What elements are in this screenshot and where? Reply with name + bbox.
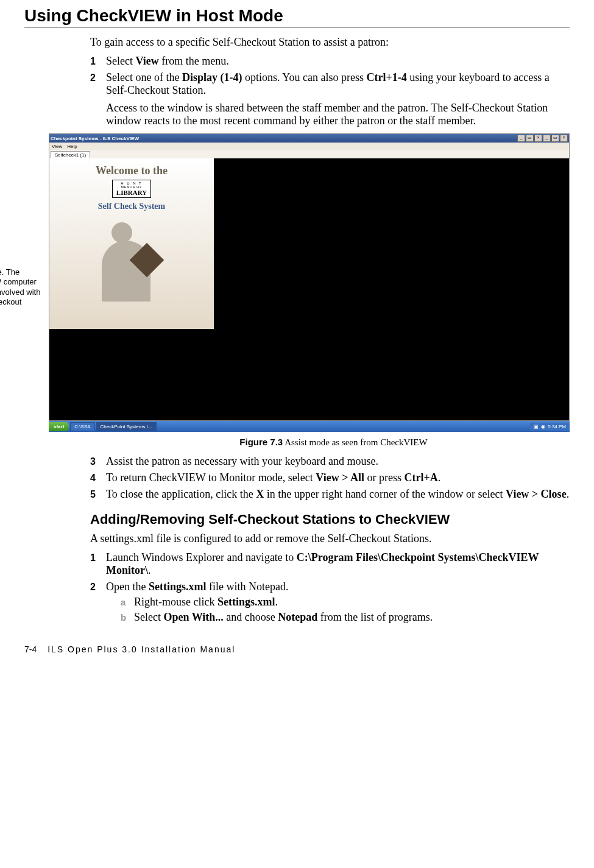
bold-text: Open With... xyxy=(163,611,223,623)
page-footer: 7-4 ILS Open Plus 3.0 Installation Manua… xyxy=(24,644,570,654)
tab-bar: Selfcheck1 (1) xyxy=(49,150,569,158)
step-number: 4 xyxy=(90,471,106,484)
window-controls: _ ▭ × _ ▭ × xyxy=(517,135,568,142)
minimize-icon[interactable]: _ xyxy=(543,135,551,142)
text: Select xyxy=(134,611,163,623)
bold-text: View xyxy=(135,55,158,67)
subsection-title: Adding/Removing Self-Checkout Stations t… xyxy=(90,512,570,528)
step-number: 2 xyxy=(90,580,106,626)
step-body: Assist the patron as necessary with your… xyxy=(106,455,570,468)
step-body: To close the application, click the X in… xyxy=(106,488,570,501)
intro-text: To gain access to a specific Self-Checko… xyxy=(90,36,570,49)
system-tray[interactable]: ▣ ◉ 5:34 PM xyxy=(530,423,570,431)
figure-caption: Figure 7.3 Assist mode as seen from Chec… xyxy=(97,437,570,448)
text: To return CheckVIEW to Monitor mode, sel… xyxy=(106,471,316,484)
text: in the upper right hand corner of the wi… xyxy=(264,488,506,500)
app-window: Checkpoint Systems - ILS CheckVIEW _ ▭ ×… xyxy=(49,133,570,421)
bold-text: X xyxy=(256,488,264,500)
text: or press xyxy=(364,471,405,484)
text: . xyxy=(438,471,441,484)
text: options. You can also press xyxy=(242,71,366,83)
step-4: 4 To return CheckVIEW to Monitor mode, s… xyxy=(90,471,570,484)
figure-text: Assist mode as seen from CheckVIEW xyxy=(283,437,427,447)
margin-note: Assist mode. The CheckVIEW computer is a… xyxy=(0,133,49,317)
substep-letter: b xyxy=(121,611,134,624)
bold-text: View > All xyxy=(316,471,364,484)
text: Select one of the xyxy=(106,71,182,83)
bold-text: View > Close xyxy=(506,488,567,500)
page-title: Using CheckVIEW in Host Mode xyxy=(24,6,570,26)
tray-icon[interactable]: ▣ xyxy=(534,424,539,429)
text: Launch Windows Explorer and navigate to xyxy=(106,551,297,563)
screenshot: Checkpoint Systems - ILS CheckVIEW _ ▭ ×… xyxy=(49,133,570,432)
figure-label: Figure 7.3 xyxy=(239,437,283,447)
taskbar: start C:\SSA CheckPoint Systems I... ▣ ◉… xyxy=(49,421,570,432)
text: Open the xyxy=(106,580,149,593)
substep-b: b Select Open With... and choose Notepad… xyxy=(121,611,570,624)
paragraph: Access to the window is shared between t… xyxy=(106,102,570,127)
text: from the menu. xyxy=(159,55,229,67)
title-bar: Checkpoint Systems - ILS CheckVIEW _ ▭ ×… xyxy=(49,134,569,143)
minimize-icon[interactable]: _ xyxy=(517,135,525,142)
text: Select xyxy=(106,55,135,67)
text: To close the application, click the xyxy=(106,488,256,500)
person-icon xyxy=(98,222,165,302)
text: and choose xyxy=(224,611,278,623)
bold-text: Display (1-4) xyxy=(182,71,242,83)
step-number: 1 xyxy=(90,55,106,68)
logo-line: LIBRARY xyxy=(116,189,147,196)
text: Right-mouse click xyxy=(134,596,217,608)
text: . xyxy=(567,488,570,500)
add-step-2: 2 Open the Settings.xml file with Notepa… xyxy=(90,580,570,626)
step-number: 1 xyxy=(90,551,106,577)
step-body: Select View from the menu. xyxy=(106,55,570,68)
maximize-icon[interactable]: ▭ xyxy=(526,135,534,142)
step-body: Launch Windows Explorer and navigate to … xyxy=(106,551,570,577)
close-icon[interactable]: × xyxy=(560,135,568,142)
bold-text: Ctrl+A xyxy=(404,471,437,484)
substep-body: Select Open With... and choose Notepad f… xyxy=(134,611,433,624)
remote-view[interactable]: Welcome to the H U N T MEMORIAL LIBRARY … xyxy=(49,158,569,420)
text: . xyxy=(148,564,151,576)
tray-icon[interactable]: ◉ xyxy=(541,424,545,429)
taskbar-item[interactable]: CheckPoint Systems I... xyxy=(96,422,157,431)
clock: 5:34 PM xyxy=(548,424,566,429)
figure-wrap: Assist mode. The CheckVIEW computer is a… xyxy=(0,133,570,432)
maximize-icon[interactable]: ▭ xyxy=(551,135,559,142)
bold-text: Settings.xml xyxy=(217,596,275,608)
substep-a: a Right-mouse click Settings.xml. xyxy=(121,596,570,609)
add-step-1: 1 Launch Windows Explorer and navigate t… xyxy=(90,551,570,577)
subsection-intro: A settings.xml file is configured to add… xyxy=(90,532,570,545)
menu-view[interactable]: View xyxy=(52,144,62,149)
step-number: 3 xyxy=(90,455,106,468)
step-5: 5 To close the application, click the X … xyxy=(90,488,570,501)
menu-bar: View Help xyxy=(49,143,569,150)
taskbar-item[interactable]: C:\SSA xyxy=(70,422,94,431)
page-number: 7-4 xyxy=(24,644,37,654)
step-1: 1 Select View from the menu. xyxy=(90,55,570,68)
bold-text: Settings.xml xyxy=(149,580,207,593)
text: . xyxy=(275,596,278,608)
step-body: To return CheckVIEW to Monitor mode, sel… xyxy=(106,471,570,484)
start-button[interactable]: start xyxy=(49,422,69,431)
library-logo: H U N T MEMORIAL LIBRARY xyxy=(112,180,151,198)
welcome-text: Welcome to the xyxy=(96,164,168,177)
bold-text: Ctrl+1-4 xyxy=(366,71,406,83)
substep-body: Right-mouse click Settings.xml. xyxy=(134,596,278,609)
step-number: 5 xyxy=(90,488,106,501)
menu-help[interactable]: Help xyxy=(67,144,77,149)
text: file with Notepad. xyxy=(206,580,288,593)
step-body: Select one of the Display (1-4) options.… xyxy=(106,71,570,97)
close-icon[interactable]: × xyxy=(534,135,542,142)
welcome-panel: Welcome to the H U N T MEMORIAL LIBRARY … xyxy=(49,158,214,329)
step-3: 3 Assist the patron as necessary with yo… xyxy=(90,455,570,468)
manual-title: ILS Open Plus 3.0 Installation Manual xyxy=(48,644,235,654)
step-2: 2 Select one of the Display (1-4) option… xyxy=(90,71,570,97)
step-body: Open the Settings.xml file with Notepad.… xyxy=(106,580,570,626)
title-rule xyxy=(24,27,570,27)
step-number: 2 xyxy=(90,71,106,97)
tab-selfcheck1[interactable]: Selfcheck1 (1) xyxy=(51,151,90,158)
window-title: Checkpoint Systems - ILS CheckVIEW xyxy=(51,136,139,141)
substep-letter: a xyxy=(121,596,134,609)
self-check-label: Self Check System xyxy=(98,202,165,211)
